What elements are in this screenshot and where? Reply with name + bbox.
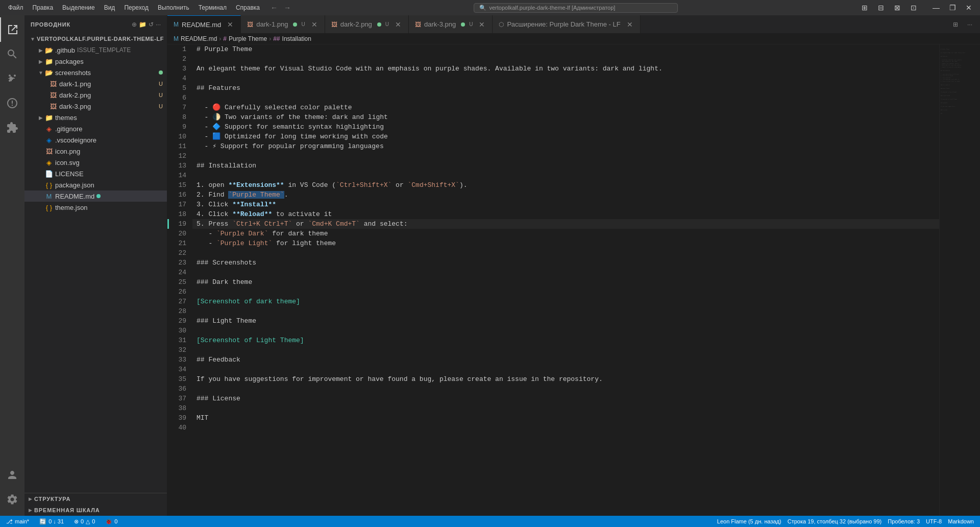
tree-item-dark1[interactable]: 🖼 dark-1.png U — [24, 78, 167, 89]
layout-btn-2[interactable]: ⊟ — [874, 3, 888, 13]
tree-item-themes[interactable]: ▶ 📁 themes — [24, 112, 167, 123]
line-content[interactable] — [192, 151, 939, 161]
tree-item-packages[interactable]: ▶ 📁 packages — [24, 56, 167, 67]
line-content[interactable]: An elegant theme for Visual Studio Code … — [192, 64, 939, 74]
status-author[interactable]: Leon Flame (5 дн. назад) — [715, 518, 783, 524]
line-content[interactable]: - `Purple Light` for light theme — [192, 238, 939, 248]
menu-terminal[interactable]: Терминал — [194, 3, 231, 13]
line-content[interactable] — [192, 54, 939, 64]
line-content[interactable]: ### Screenshots — [192, 258, 939, 268]
line-content[interactable]: - 🔷 Support for semantic syntax highligh… — [192, 122, 939, 132]
line-content[interactable] — [192, 403, 939, 413]
line-content[interactable]: If you have suggestions for improvement … — [192, 374, 939, 384]
tab-dark1[interactable]: 🖼 dark-1.png U ✕ — [241, 15, 325, 33]
line-content[interactable]: - 🟦 Optimized for long time working with… — [192, 132, 939, 141]
menu-edit[interactable]: Правка — [29, 3, 58, 13]
dark3-tab-close[interactable]: ✕ — [478, 20, 486, 29]
line-content[interactable]: ### Dark theme — [192, 277, 939, 287]
close-button[interactable]: ✕ — [962, 3, 976, 13]
status-sync[interactable]: 🔄 0 ↓ 31 — [37, 518, 66, 525]
line-content[interactable]: [Screenshot of dark theme] — [192, 297, 939, 306]
line-content[interactable]: ## Features — [192, 83, 939, 93]
activity-account[interactable] — [0, 463, 24, 487]
line-content[interactable] — [192, 384, 939, 394]
status-errors[interactable]: ⊗ 0 △ 0 — [72, 518, 97, 525]
tree-root[interactable]: ▼ VERTOPOLKALF.PURPLE-DARK-THEME-LF — [24, 33, 167, 44]
nav-forward[interactable]: → — [281, 2, 293, 14]
tree-item-license[interactable]: 📄 LICENSE — [24, 168, 167, 179]
line-content[interactable]: MIT — [192, 413, 939, 423]
line-content[interactable] — [192, 326, 939, 336]
ext-tab-close[interactable]: ✕ — [626, 20, 634, 29]
tree-item-gitignore[interactable]: ◈ .gitignore — [24, 123, 167, 134]
refresh-icon[interactable]: ↺ — [149, 21, 154, 28]
status-language[interactable]: Markdown — [946, 518, 976, 524]
activity-explorer[interactable] — [0, 17, 24, 42]
menu-selection[interactable]: Выделение — [58, 3, 99, 13]
layout-btn-4[interactable]: ⊡ — [906, 3, 921, 13]
line-content[interactable]: ## Feedback — [192, 355, 939, 365]
line-content[interactable]: - `Purple Dark` for dark theme — [192, 229, 939, 238]
line-content[interactable]: - 🔴 Carefully selected color palette — [192, 103, 939, 112]
nav-back[interactable]: ← — [268, 2, 280, 14]
tree-item-packagejson[interactable]: { } package.json — [24, 179, 167, 190]
line-content[interactable]: 2. Find `Purple Theme`. — [192, 190, 939, 200]
menu-help[interactable]: Справка — [232, 3, 264, 13]
line-content[interactable] — [192, 287, 939, 297]
layout-btn-1[interactable]: ⊞ — [857, 3, 872, 13]
more-icon[interactable]: ··· — [156, 21, 161, 28]
activity-search[interactable] — [0, 42, 24, 66]
line-content[interactable]: 4. Click **Reload** to activate it — [192, 209, 939, 219]
tree-item-github[interactable]: ▶ 📂 .github ISSUE_TEMPLATE — [24, 44, 167, 56]
line-content[interactable]: - 🌓 Two variants of the theme: dark and … — [192, 112, 939, 122]
status-spaces[interactable]: Пробелов: 3 — [886, 518, 922, 524]
tree-item-iconsvg[interactable]: ◈ icon.svg — [24, 157, 167, 168]
line-content[interactable] — [192, 345, 939, 355]
tree-item-vscodeignore[interactable]: ◈ .vscodeignore — [24, 134, 167, 146]
tree-item-themejson[interactable]: { } theme.json — [24, 202, 167, 213]
line-content[interactable]: ### Light Theme — [192, 316, 939, 326]
new-folder-icon[interactable]: 📁 — [139, 21, 146, 28]
dark2-tab-close[interactable]: ✕ — [394, 20, 402, 29]
structure-panel-header[interactable]: ▶ СТРУКТУРА — [24, 493, 167, 505]
activity-scm[interactable] — [0, 66, 24, 91]
breadcrumb-file[interactable]: M README.md — [174, 35, 217, 42]
tree-item-dark3[interactable]: 🖼 dark-3.png U — [24, 101, 167, 112]
status-branch[interactable]: ⎇ main* — [4, 518, 31, 525]
split-editor-btn[interactable]: ⊞ — [949, 18, 962, 31]
readme-tab-close[interactable]: ✕ — [226, 20, 234, 29]
tree-item-screenshots[interactable]: ▼ 📂 screenshots — [24, 67, 167, 78]
line-content[interactable]: ### License — [192, 394, 939, 403]
title-search-box[interactable]: 🔍 vertopolkalf.purple-dark-theme-lf [Адм… — [474, 3, 678, 13]
tree-item-iconpng[interactable]: 🖼 icon.png — [24, 146, 167, 157]
more-tabs-btn[interactable]: ··· — [964, 18, 976, 31]
status-cursor[interactable]: Строка 19, столбец 32 (выбрано 99) — [786, 518, 884, 524]
line-content[interactable] — [192, 306, 939, 316]
line-content[interactable] — [192, 423, 939, 433]
line-content[interactable]: 3. Click **Install** — [192, 200, 939, 209]
minimize-button[interactable]: — — [929, 3, 943, 13]
line-content[interactable]: - ⚡ Support for popular programming lang… — [192, 141, 939, 151]
tab-extension[interactable]: ⬡ Расширение: Purple Dark Theme - LF ✕ — [493, 15, 640, 33]
menu-file[interactable]: Файл — [4, 3, 28, 13]
line-content[interactable]: [Screenshot of Light Theme] — [192, 336, 939, 345]
tab-readme[interactable]: M README.md ✕ — [167, 15, 241, 33]
status-encoding[interactable]: UTF-8 — [924, 518, 944, 524]
tab-dark3[interactable]: 🖼 dark-3.png U ✕ — [409, 15, 493, 33]
line-content[interactable] — [192, 248, 939, 258]
menu-run[interactable]: Выполнить — [154, 3, 193, 13]
menu-view[interactable]: Вид — [100, 3, 119, 13]
tree-item-readme[interactable]: M README.md — [24, 190, 167, 202]
dark1-tab-close[interactable]: ✕ — [310, 20, 318, 29]
breadcrumb-section1[interactable]: # Purple Theme — [223, 35, 267, 42]
timeline-panel-header[interactable]: ▶ ВРЕМЕННАЯ ШКАЛА — [24, 505, 167, 516]
restore-button[interactable]: ❐ — [945, 3, 960, 13]
line-content[interactable] — [192, 171, 939, 180]
line-content[interactable] — [192, 365, 939, 374]
line-content[interactable]: 1. open **Extensions** in VS Code (`Ctrl… — [192, 180, 939, 190]
tab-dark2[interactable]: 🖼 dark-2.png U ✕ — [325, 15, 409, 33]
line-content[interactable]: ## Installation — [192, 161, 939, 171]
line-content[interactable] — [192, 93, 939, 103]
editor-scroll-area[interactable]: 1# Purple Theme2 3An elegant theme for V… — [167, 44, 939, 516]
line-content[interactable]: 5. Press `Ctrl+K Ctrl+T` or `Cmd+K Cmd+T… — [192, 219, 939, 229]
